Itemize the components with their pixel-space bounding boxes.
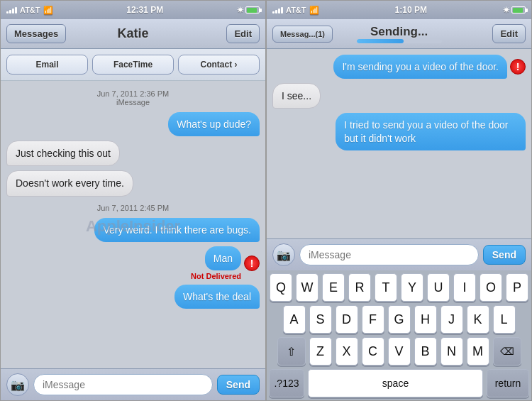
message-area-2[interactable]: I'm sending you a video of the door. ! I… bbox=[267, 49, 531, 238]
facetime-button[interactable]: FaceTime bbox=[92, 55, 174, 75]
battery-1 bbox=[245, 6, 260, 13]
key-W[interactable]: W bbox=[296, 273, 318, 302]
key-J[interactable]: J bbox=[440, 305, 463, 334]
message-row-m5: Man Not Delivered ! bbox=[6, 246, 260, 280]
input-bar-2: 📷 Send bbox=[267, 238, 531, 270]
time-2: 1:10 PM bbox=[395, 5, 427, 15]
back-button-1[interactable]: Messages bbox=[6, 24, 66, 43]
battery-2 bbox=[511, 6, 526, 13]
time-1: 12:31 PM bbox=[126, 5, 163, 15]
message-row-m1: What's up dude? bbox=[6, 112, 260, 136]
bubble-m5: Man bbox=[205, 246, 241, 270]
key-Q[interactable]: Q bbox=[270, 273, 292, 302]
bar3-p2 bbox=[278, 9, 280, 13]
bubble-p2: I see... bbox=[272, 83, 321, 109]
key-F[interactable]: F bbox=[362, 305, 384, 334]
contact-button[interactable]: Contact › bbox=[178, 55, 260, 75]
timestamp-top-1: Jun 7, 2011 2:36 PM iMessage bbox=[6, 89, 260, 106]
message-row-m2: Just checking this out bbox=[6, 141, 260, 166]
not-delivered: Not Delivered bbox=[191, 272, 241, 280]
key-S[interactable]: S bbox=[309, 305, 332, 334]
message-row-p2: I see... bbox=[272, 83, 526, 109]
message-area-1[interactable]: Jun 7, 2011 2:36 PM iMessage What's up d… bbox=[1, 81, 265, 368]
bubble-m1: What's up dude? bbox=[168, 112, 260, 136]
bar4 bbox=[15, 7, 17, 13]
error-icon-2: ! bbox=[510, 59, 526, 75]
timestamp-2: Jun 7, 2011 2:45 PM bbox=[6, 204, 260, 212]
key-Y[interactable]: Y bbox=[401, 273, 423, 302]
key-T[interactable]: T bbox=[375, 273, 397, 302]
email-button[interactable]: Email bbox=[6, 55, 88, 75]
message-input-1[interactable] bbox=[33, 374, 213, 395]
send-button-2[interactable]: Send bbox=[483, 245, 526, 265]
key-B[interactable]: B bbox=[414, 337, 437, 366]
message-input-2[interactable] bbox=[299, 244, 479, 265]
bubble-m4: Very weird. I think there are bugs. bbox=[94, 218, 260, 242]
camera-button-1[interactable]: 📷 bbox=[6, 373, 29, 396]
message-row-p3: I tried to send you a video of the door … bbox=[272, 113, 526, 150]
key-H[interactable]: H bbox=[414, 305, 437, 334]
key-X[interactable]: X bbox=[336, 337, 358, 366]
bubble-p1: I'm sending you a video of the door. bbox=[333, 55, 507, 79]
key-G[interactable]: G bbox=[388, 305, 411, 334]
error-icon-1: ! bbox=[244, 256, 260, 271]
key-A[interactable]: A bbox=[283, 305, 306, 334]
phone-1: AT&T 📶 12:31 PM ✷ Messages Katie Edit Em… bbox=[0, 0, 266, 401]
key-D[interactable]: D bbox=[336, 305, 358, 334]
battery-fill-2 bbox=[513, 8, 523, 13]
keyboard: Q W E R T Y U I O P A S D F G H J K L ⇧ … bbox=[267, 270, 531, 400]
delete-key[interactable]: ⌫ bbox=[493, 337, 521, 366]
kb-row-1: Q W E R T Y U I O P bbox=[269, 273, 529, 302]
return-key[interactable]: return bbox=[487, 369, 529, 397]
bar2-p2 bbox=[275, 10, 277, 13]
key-K[interactable]: K bbox=[467, 305, 489, 334]
bluetooth-icon-1: ✷ bbox=[237, 6, 243, 15]
key-U[interactable]: U bbox=[427, 273, 450, 302]
numbers-key[interactable]: .?123 bbox=[269, 369, 304, 397]
key-N[interactable]: N bbox=[440, 337, 463, 366]
message-row-p1: I'm sending you a video of the door. ! bbox=[272, 55, 526, 79]
status-left-2: AT&T 📶 bbox=[272, 6, 319, 15]
nav-title-1: Katie bbox=[117, 26, 148, 41]
shift-key[interactable]: ⇧ bbox=[277, 337, 306, 366]
phone-2: AT&T 📶 1:10 PM ✷ Messag...(1) Sending...… bbox=[266, 0, 532, 401]
status-right-2: ✷ bbox=[503, 6, 526, 15]
message-row-m6: What's the deal bbox=[6, 285, 260, 309]
wifi-icon-1: 📶 bbox=[43, 6, 53, 15]
message-row-m4: Very weird. I think there are bugs. bbox=[6, 218, 260, 242]
camera-button-2[interactable]: 📷 bbox=[272, 243, 295, 266]
key-I[interactable]: I bbox=[453, 273, 476, 302]
key-Z[interactable]: Z bbox=[309, 337, 332, 366]
progress-fill bbox=[357, 39, 404, 43]
key-L[interactable]: L bbox=[493, 305, 516, 334]
status-left-1: AT&T 📶 bbox=[6, 6, 53, 15]
bar2 bbox=[9, 10, 11, 13]
carrier-1: AT&T bbox=[20, 6, 40, 14]
bubble-m2: Just checking this out bbox=[6, 141, 120, 166]
key-P[interactable]: P bbox=[506, 273, 528, 302]
key-M[interactable]: M bbox=[467, 337, 489, 366]
key-E[interactable]: E bbox=[322, 273, 345, 302]
bubble-m6: What's the deal bbox=[174, 285, 260, 309]
carrier-2: AT&T bbox=[286, 6, 306, 14]
key-V[interactable]: V bbox=[388, 337, 411, 366]
edit-button-1[interactable]: Edit bbox=[226, 24, 260, 43]
status-right-1: ✷ bbox=[237, 6, 260, 15]
bluetooth-icon-2: ✷ bbox=[503, 6, 509, 15]
message-row-m3: Doesn't work every time. bbox=[6, 170, 260, 196]
key-R[interactable]: R bbox=[348, 273, 371, 302]
key-C[interactable]: C bbox=[362, 337, 384, 366]
back-button-2[interactable]: Messag...(1) bbox=[272, 26, 333, 43]
wifi-icon-2: 📶 bbox=[309, 6, 319, 15]
sending-label: Sending... bbox=[370, 25, 428, 39]
kb-row-2: A S D F G H J K L bbox=[269, 305, 529, 334]
bar1 bbox=[6, 11, 9, 13]
input-bar-1: 📷 Send bbox=[1, 368, 265, 400]
nav-bar-1: Messages Katie Edit bbox=[1, 19, 265, 49]
space-key[interactable]: space bbox=[308, 369, 483, 397]
key-O[interactable]: O bbox=[480, 273, 502, 302]
bar3 bbox=[12, 9, 14, 13]
send-button-1[interactable]: Send bbox=[217, 375, 260, 395]
kb-row-4: .?123 space return bbox=[269, 369, 529, 397]
edit-button-2[interactable]: Edit bbox=[492, 24, 526, 43]
